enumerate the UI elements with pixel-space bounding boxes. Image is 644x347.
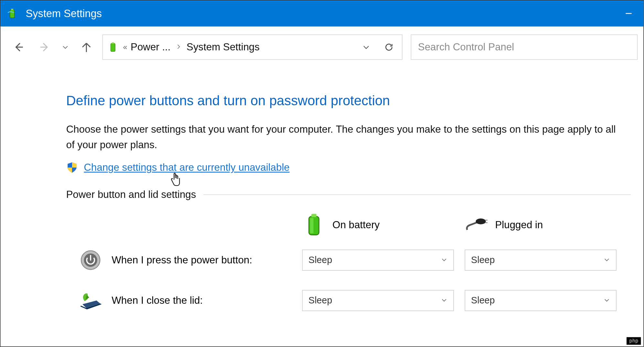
power-button-icon [79, 249, 102, 272]
power-button-battery-value: Sleep [309, 255, 332, 266]
setting-row-close-lid: When I close the lid: Sleep Sleep [79, 289, 631, 312]
laptop-lid-icon [79, 289, 102, 312]
minimize-button[interactable] [619, 4, 639, 23]
breadcrumb-separator-icon [174, 43, 183, 51]
up-button[interactable] [74, 35, 99, 60]
battery-icon [5, 7, 19, 20]
chevron-down-icon [603, 295, 610, 306]
search-box[interactable] [411, 35, 638, 60]
plug-icon [465, 213, 488, 237]
chevron-down-icon [441, 295, 448, 306]
address-bar[interactable]: « Power ... System Settings [102, 35, 402, 60]
svg-rect-12 [485, 222, 488, 223]
breadcrumb-current[interactable]: System Settings [186, 41, 259, 53]
page-heading: Define power buttons and turn on passwor… [66, 93, 631, 108]
column-header-battery: On battery [302, 213, 465, 237]
breadcrumb-parent[interactable]: Power ... [131, 41, 170, 53]
window-title: System Settings [26, 7, 619, 20]
breadcrumb-overflow-icon[interactable]: « [123, 43, 127, 51]
section-rule [204, 194, 631, 195]
close-lid-battery-value: Sleep [309, 295, 332, 306]
svg-rect-1 [11, 9, 13, 10]
search-input[interactable] [418, 41, 630, 53]
column-header-battery-label: On battery [333, 219, 380, 231]
section-header: Power button and lid settings [66, 189, 196, 201]
chevron-down-icon [441, 255, 448, 266]
uac-shield-icon [66, 162, 78, 174]
chevron-down-icon [603, 255, 610, 266]
setting-label-power-button: When I press the power button: [112, 254, 252, 266]
power-button-plugged-value: Sleep [471, 255, 495, 266]
svg-point-10 [476, 219, 486, 224]
page-description: Choose the power settings that you want … [66, 121, 622, 153]
battery-plug-icon [106, 40, 120, 54]
svg-rect-5 [111, 44, 115, 52]
setting-row-power-button: When I press the power button: Sleep Sle… [79, 249, 631, 272]
svg-rect-0 [10, 10, 15, 18]
power-button-plugged-select[interactable]: Sleep [465, 250, 616, 271]
address-dropdown-button[interactable] [356, 37, 376, 57]
refresh-button[interactable] [379, 37, 399, 57]
svg-rect-9 [310, 218, 313, 233]
watermark: php [627, 337, 641, 345]
svg-rect-8 [311, 214, 317, 217]
recent-locations-button[interactable] [57, 35, 74, 60]
battery-icon [302, 213, 326, 237]
content-area: Define power buttons and turn on passwor… [0, 68, 643, 312]
change-settings-link[interactable]: Change settings that are currently unava… [84, 162, 290, 174]
column-header-plugged-label: Plugged in [495, 219, 543, 231]
column-header-plugged: Plugged in [465, 213, 627, 237]
setting-label-close-lid: When I close the lid: [112, 295, 203, 307]
power-button-battery-select[interactable]: Sleep [302, 250, 454, 271]
svg-rect-11 [485, 220, 488, 221]
svg-rect-6 [112, 42, 114, 44]
close-lid-plugged-value: Sleep [471, 295, 495, 306]
forward-button[interactable] [32, 35, 57, 60]
nav-toolbar: « Power ... System Settings [0, 26, 643, 68]
close-lid-plugged-select[interactable]: Sleep [465, 290, 616, 311]
title-bar: System Settings [0, 0, 643, 26]
back-button[interactable] [6, 35, 32, 60]
close-lid-battery-select[interactable]: Sleep [302, 290, 454, 311]
